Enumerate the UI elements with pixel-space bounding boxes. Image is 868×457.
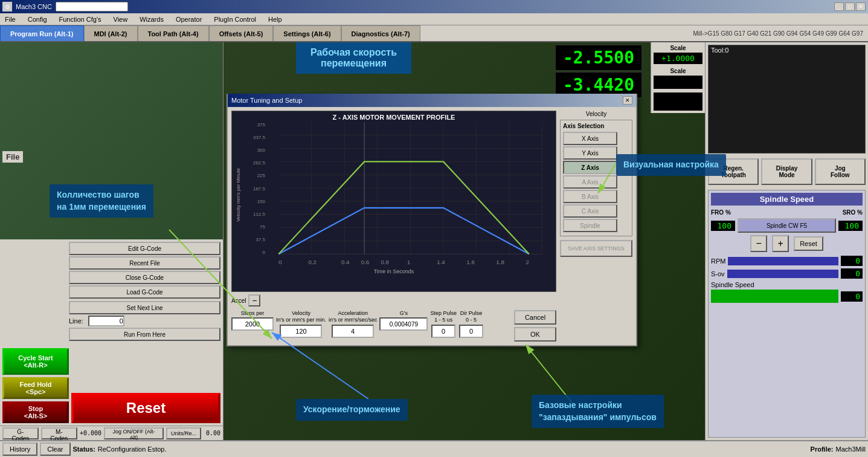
minimize-button[interactable]: _ <box>834 2 844 11</box>
feed-hold-button[interactable]: Feed Hold <Spc> <box>2 377 69 399</box>
spindle-minus-button[interactable]: − <box>750 235 767 252</box>
history-button[interactable]: History <box>2 442 37 456</box>
menu-config[interactable]: Config <box>25 15 50 24</box>
tool-display: Tool:0 <box>708 45 866 154</box>
spindle-speed-label: Spindle Speed <box>711 281 754 288</box>
dialog-close-button[interactable]: ✕ <box>623 96 632 105</box>
reset-button[interactable]: Reset <box>71 393 220 423</box>
set-next-line-button[interactable]: Set Next Line <box>69 301 220 314</box>
menu-view[interactable]: View <box>111 15 130 24</box>
title-input[interactable] <box>56 2 128 11</box>
units-button[interactable]: Units/Re... <box>166 427 201 439</box>
axis-c-button[interactable]: C Axis <box>563 204 617 218</box>
axis-z-button[interactable]: Z Axis <box>563 161 617 174</box>
file-label: File <box>2 151 23 163</box>
right-column: Tool:0 Regen. Toolpath Display Mode Jog … <box>705 42 868 440</box>
stop-button[interactable]: Stop <Alt-S> <box>2 401 69 423</box>
gcode-buttons: Edit G-Code <box>69 242 220 255</box>
cancel-button[interactable]: Cancel <box>514 310 556 325</box>
set-next-line-row: Set Next Line <box>69 301 220 314</box>
axis-x-button[interactable]: X Axis <box>563 132 617 145</box>
axis-spindle-button[interactable]: Spindle <box>563 219 617 232</box>
menu-file[interactable]: File <box>2 15 18 24</box>
run-from-here-button[interactable]: Run From Here <box>69 328 220 341</box>
spindle-controls-row: − + Reset <box>711 235 863 252</box>
svg-text:0: 0 <box>278 259 282 265</box>
acceleration-label: Accelerationin's or mm's/sec/sec <box>329 310 377 323</box>
status-text: ReConfiguration Estop. <box>98 446 808 453</box>
close-button[interactable]: ✕ <box>856 2 866 11</box>
load-gcode-button[interactable]: Load G-Code <box>69 285 220 299</box>
profile-label: Profile: <box>811 446 834 453</box>
spindle-speed-bar-row: 0 <box>711 290 863 303</box>
spindle-speed-bar <box>711 290 838 303</box>
scale-label: Scale <box>654 45 702 51</box>
menu-wizards[interactable]: Wizards <box>137 15 166 24</box>
close-gcode-row: Close G-Code <box>69 271 220 284</box>
svg-text:1.4: 1.4 <box>437 259 445 265</box>
sov-row: S-ov 0 <box>711 268 863 279</box>
toolpath-canvas: File <box>0 42 223 239</box>
ok-button[interactable]: OK <box>514 327 556 342</box>
jog-follow-button[interactable]: Jog Follow <box>815 158 866 185</box>
step-pulse-input[interactable] <box>431 325 455 338</box>
line-label: Line: <box>69 317 83 325</box>
jog-button[interactable]: Jog ON/OFF (Alt-Alt) <box>104 427 164 439</box>
spindle-speed-row-label: Spindle Speed <box>711 281 863 288</box>
acceleration-input[interactable] <box>332 325 374 338</box>
chart-svg: 0 0.2 0.4 0.6 0.8 1 1.4 1.6 1.8 2 <box>265 122 556 267</box>
tab-mdi[interactable]: MDI (Alt-2) <box>84 25 138 41</box>
display-mode-button[interactable]: Display Mode <box>761 158 812 185</box>
menu-help[interactable]: Help <box>266 15 285 24</box>
menu-plugin-control[interactable]: PlugIn Control <box>211 15 259 24</box>
clear-button[interactable]: Clear <box>40 442 70 456</box>
dir-pulse-input[interactable] <box>459 325 483 338</box>
steps-per-input[interactable] <box>231 317 274 331</box>
axis-b-button[interactable]: B Axis <box>563 190 617 203</box>
spindle-title: Spindle Speed <box>711 193 863 206</box>
x-axis-label: Time in Seconds <box>232 267 556 276</box>
scale-value-1: +1.0000 <box>654 53 702 64</box>
run-from-here-row: Run From Here <box>69 328 220 341</box>
recent-file-button[interactable]: Recent File <box>69 256 220 270</box>
fro-value: 100 <box>711 221 735 231</box>
maximize-button[interactable]: □ <box>845 2 855 11</box>
spindle-cw-button[interactable]: Spindle CW F5 <box>738 218 836 233</box>
accel-minus-button[interactable]: − <box>248 294 260 306</box>
title-bar-left: ⚙ Mach3 CNC <box>2 2 128 11</box>
speed-display: Рабочая скорость перемещения <box>296 42 411 74</box>
gs-input[interactable] <box>379 317 428 331</box>
velocity-input[interactable] <box>280 325 322 338</box>
position-value: +0.000 <box>80 430 101 436</box>
tab-tool-path[interactable]: Tool Path (Alt-4) <box>138 25 209 41</box>
svg-text:1.6: 1.6 <box>466 259 475 265</box>
profile-value: Mach3Mill <box>835 446 866 453</box>
chart-body: Velocity mm's per Minute 0 37.5 75 112.5… <box>232 122 556 267</box>
mcodes-button[interactable]: M-Codes <box>41 427 77 439</box>
save-axis-settings-button[interactable]: SAVE AXIS SETTINGS <box>560 240 632 257</box>
axis-y-button[interactable]: Y Axis <box>563 146 617 160</box>
spindle-plus-button[interactable]: + <box>772 235 789 252</box>
menu-function-cfgs[interactable]: Function Cfg's <box>57 15 104 24</box>
spindle-reset-button[interactable]: Reset <box>794 236 823 251</box>
close-gcode-button[interactable]: Close G-Code <box>69 271 220 284</box>
menu-operator[interactable]: Operator <box>173 15 204 24</box>
regen-toolpath-button[interactable]: Regen. Toolpath <box>708 158 759 185</box>
tab-offsets[interactable]: Offsets (Alt-5) <box>209 25 274 41</box>
tab-program-run[interactable]: Program Run (Alt-1) <box>0 25 84 41</box>
accel-row: Accel − <box>231 294 556 306</box>
svg-text:0.8: 0.8 <box>381 259 389 265</box>
axis-a-button[interactable]: A Axis <box>563 175 617 189</box>
tab-settings[interactable]: Settings (Alt-6) <box>273 25 341 41</box>
status-label: Status: <box>73 446 95 453</box>
cycle-start-button[interactable]: Cycle Start <Alt-R> <box>2 348 69 375</box>
main-control-buttons: Cycle Start <Alt-R> Feed Hold <Spc> Stop… <box>2 348 69 423</box>
rpm-value: 0 <box>841 256 863 266</box>
line-input[interactable] <box>88 316 124 326</box>
left-column: File Edit G-Code Recent File Close G-Cod… <box>0 42 223 440</box>
right-action-buttons: Regen. Toolpath Display Mode Jog Follow <box>706 156 868 187</box>
gcodes-button[interactable]: G-Codes <box>2 427 39 439</box>
edit-gcode-button[interactable]: Edit G-Code <box>69 242 220 255</box>
rpm-label: RPM <box>711 258 725 265</box>
tab-diagnostics[interactable]: Diagnostics (Alt-7) <box>341 25 420 41</box>
